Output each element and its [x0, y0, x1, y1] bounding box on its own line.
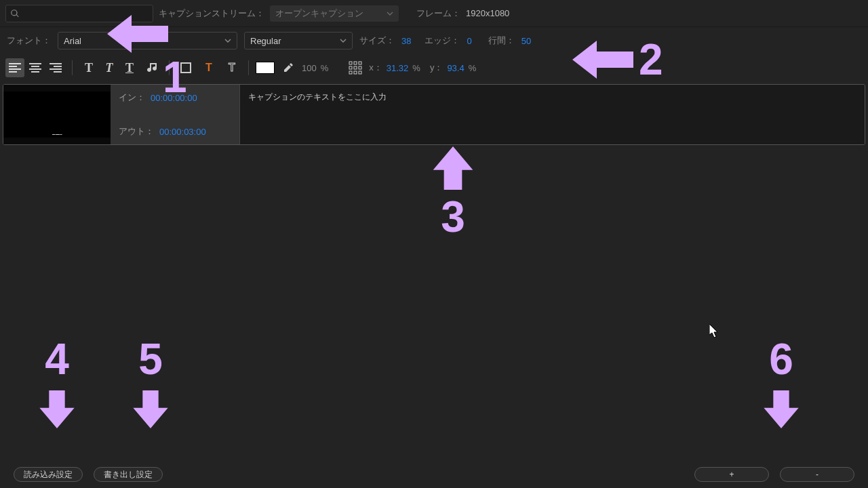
divider	[169, 60, 170, 75]
mouse-cursor	[709, 324, 720, 339]
fill-color-swatch[interactable]	[256, 62, 275, 74]
text-fill-icon: T	[205, 62, 212, 74]
leading-label: 行間：	[488, 35, 515, 47]
y-pct: %	[469, 63, 477, 73]
music-note-icon	[147, 62, 158, 74]
caption-thumbnail: ━━━━━━	[3, 85, 111, 144]
export-settings-button[interactable]: 書き出し設定	[94, 467, 163, 482]
background-box-button[interactable]	[176, 58, 195, 77]
align-left-button[interactable]	[5, 58, 24, 77]
add-caption-button[interactable]: +	[694, 467, 769, 482]
svg-rect-4	[349, 66, 352, 69]
font-family-dropdown[interactable]: Arial	[58, 32, 237, 49]
svg-rect-5	[354, 66, 357, 69]
svg-rect-6	[359, 66, 361, 69]
frame-label: フレーム：	[416, 7, 460, 20]
caption-stream-value: オープンキャプション	[275, 7, 363, 20]
caption-stream-dropdown[interactable]: オープンキャプション	[270, 5, 399, 22]
annotation-4: 4	[38, 338, 76, 434]
divider	[72, 60, 73, 75]
annotation-3: 3	[431, 141, 475, 239]
caption-time-column: イン： 00:00:00:00 アウト： 00:00:03:00	[111, 85, 239, 144]
in-label: イン：	[119, 92, 145, 104]
text-outline-icon: T	[229, 62, 235, 74]
font-label: フォント：	[7, 35, 51, 47]
font-style-value: Regular	[250, 36, 281, 46]
svg-rect-8	[354, 71, 357, 74]
eyedropper-icon	[283, 62, 294, 73]
position-grid-button[interactable]	[346, 58, 365, 77]
svg-rect-2	[354, 62, 357, 64]
square-icon	[180, 62, 191, 73]
chevron-down-icon	[387, 10, 393, 17]
grid-icon	[349, 61, 362, 75]
search-icon	[10, 9, 20, 18]
caption-stream-label: キャプションストリーム：	[159, 7, 264, 20]
import-settings-button[interactable]: 読み込み設定	[14, 467, 83, 482]
bold-button[interactable]: T	[79, 58, 98, 77]
music-note-button[interactable]	[143, 58, 162, 77]
svg-rect-7	[349, 71, 352, 74]
in-timecode[interactable]: 00:00:00:00	[151, 93, 197, 103]
svg-rect-0	[181, 63, 191, 73]
caption-row[interactable]: ━━━━━━ イン： 00:00:00:00 アウト： 00:00:03:00 …	[3, 84, 865, 145]
leading-value[interactable]: 50	[521, 36, 531, 46]
chevron-down-icon	[224, 37, 231, 44]
y-value[interactable]: 93.4	[447, 63, 464, 73]
align-right-button[interactable]	[46, 58, 65, 77]
frame-value: 1920x1080	[466, 8, 509, 18]
underline-button[interactable]: T	[120, 58, 139, 77]
divider	[248, 60, 249, 75]
y-label: y：	[430, 62, 443, 74]
align-left-icon	[9, 63, 21, 73]
size-value[interactable]: 38	[401, 36, 411, 46]
text-outline-button[interactable]: T	[222, 58, 241, 77]
percent-label: %	[321, 63, 329, 73]
out-timecode[interactable]: 00:00:03:00	[159, 127, 206, 137]
out-label: アウト：	[119, 125, 154, 138]
edge-value[interactable]: 0	[467, 36, 471, 46]
eyedropper-button[interactable]	[279, 58, 298, 77]
svg-rect-3	[359, 62, 361, 64]
annotation-6: 6	[762, 338, 800, 434]
x-label: x：	[369, 62, 382, 74]
caption-text-input[interactable]: キャプションのテキストをここに入力	[239, 85, 865, 144]
chevron-down-icon	[340, 37, 347, 44]
search-input[interactable]	[5, 5, 153, 22]
edge-label: エッジ：	[425, 35, 460, 47]
font-family-value: Arial	[64, 36, 81, 46]
annotation-5: 5	[132, 338, 170, 434]
svg-rect-9	[359, 71, 361, 74]
x-pct: %	[412, 63, 420, 73]
svg-rect-1	[349, 62, 352, 64]
remove-caption-button[interactable]: -	[780, 467, 854, 482]
align-center-icon	[29, 63, 41, 73]
x-value[interactable]: 31.32	[387, 63, 409, 73]
font-style-dropdown[interactable]: Regular	[244, 32, 353, 49]
italic-button[interactable]: T	[100, 58, 119, 77]
align-right-icon	[50, 63, 62, 73]
size-label: サイズ：	[359, 35, 395, 47]
opacity-value[interactable]: 100	[302, 63, 317, 73]
text-fill-button[interactable]: T	[199, 58, 218, 77]
align-center-button[interactable]	[26, 58, 45, 77]
